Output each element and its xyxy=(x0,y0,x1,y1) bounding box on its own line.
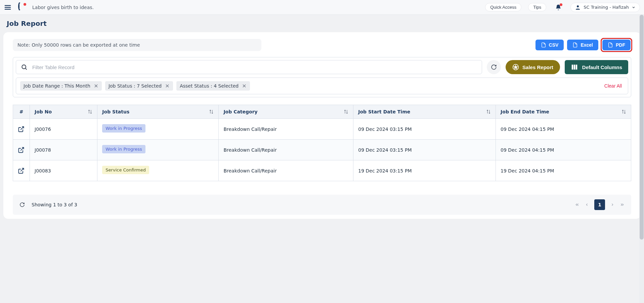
col-hash: # xyxy=(13,105,30,119)
col-end[interactable]: Job End Date Time xyxy=(496,105,631,119)
chip-label: Job Date Range : This Month xyxy=(24,83,90,89)
export-excel-button[interactable]: Excel xyxy=(567,40,598,50)
cell-end: 19 Dec 2024 04:15 PM xyxy=(496,160,631,181)
app-logo[interactable] xyxy=(18,4,26,11)
close-icon[interactable] xyxy=(165,84,170,88)
sort-icon[interactable] xyxy=(209,109,214,114)
motto-text: Labor gives birth to ideas. xyxy=(32,5,94,10)
page-next-icon[interactable] xyxy=(610,203,614,207)
svg-point-3 xyxy=(577,5,579,7)
table-row: J00083Service ConfirmedBreakdown Call/Re… xyxy=(13,160,631,181)
page-current[interactable]: 1 xyxy=(594,199,605,210)
cell-end: 09 Dec 2024 04:15 PM xyxy=(496,140,631,160)
page-last-icon[interactable] xyxy=(620,202,625,207)
scrollbar[interactable] xyxy=(639,15,644,222)
cell-job-no: J00078 xyxy=(30,140,97,160)
svg-line-19 xyxy=(20,168,24,171)
cell-start: 19 Dec 2024 03:15 PM xyxy=(353,160,496,181)
search-box[interactable] xyxy=(16,60,482,74)
svg-point-4 xyxy=(22,65,26,69)
svg-line-5 xyxy=(26,68,27,70)
user-menu[interactable]: SC Training - Hafizah xyxy=(570,3,640,12)
filter-chip-asset-status[interactable]: Asset Status : 4 Selected xyxy=(176,81,250,91)
filter-chip-job-status[interactable]: Job Status : 7 Selected xyxy=(105,81,173,91)
chevron-down-icon xyxy=(632,5,636,9)
file-icon xyxy=(541,42,546,48)
cell-job-status: Service Confirmed xyxy=(97,160,219,181)
filter-chips-row: Job Date Range : This Month Job Status :… xyxy=(16,78,628,94)
pdf-label: PDF xyxy=(616,42,625,48)
export-pdf-button[interactable]: PDF xyxy=(602,40,631,50)
file-icon xyxy=(608,42,613,48)
cell-job-status: Work in Progress xyxy=(97,119,219,140)
job-table: # Job No Job Status Job Category xyxy=(13,105,631,181)
clear-all-button[interactable]: Clear All xyxy=(602,83,624,89)
filter-panel: Sales Report Default Columns Job Date Ra… xyxy=(13,57,631,97)
file-icon xyxy=(572,42,578,48)
open-in-new-icon[interactable] xyxy=(18,167,25,174)
page-prev-icon[interactable] xyxy=(585,203,589,207)
default-columns-button[interactable]: Default Columns xyxy=(565,60,628,74)
export-csv-button[interactable]: CSV xyxy=(535,40,564,50)
columns-icon xyxy=(571,63,578,71)
svg-marker-7 xyxy=(514,65,518,69)
cell-job-no: J00083 xyxy=(30,160,97,181)
sort-icon[interactable] xyxy=(344,109,348,114)
filter-chip-date-range[interactable]: Job Date Range : This Month xyxy=(20,81,102,91)
open-row-cell xyxy=(13,160,30,181)
chip-label: Asset Status : 4 Selected xyxy=(180,83,239,89)
csv-label: CSV xyxy=(549,42,559,48)
hamburger-icon[interactable] xyxy=(4,4,11,11)
svg-line-18 xyxy=(20,147,24,150)
col-start[interactable]: Job Start Date Time xyxy=(353,105,496,119)
search-icon xyxy=(21,64,28,70)
showing-text: Showing 1 to 3 of 3 xyxy=(32,202,77,207)
notifications-icon[interactable] xyxy=(555,4,562,11)
status-badge: Work in Progress xyxy=(102,124,145,133)
top-bar: Labor gives birth to ideas. Quick Access… xyxy=(0,0,644,15)
pdf-highlight-box: PDF xyxy=(602,39,631,51)
col-job-status[interactable]: Job Status xyxy=(97,105,219,119)
table-row: J00078Work in ProgressBreakdown Call/Rep… xyxy=(13,140,631,160)
refresh-icon xyxy=(491,64,497,70)
pager: 1 xyxy=(575,199,625,210)
default-columns-label: Default Columns xyxy=(582,64,622,70)
sort-icon[interactable] xyxy=(88,109,92,114)
col-job-category[interactable]: Job Category xyxy=(219,105,353,119)
cell-start: 09 Dec 2024 03:15 PM xyxy=(353,119,496,140)
open-in-new-icon[interactable] xyxy=(18,147,25,153)
quick-access-button[interactable]: Quick Access xyxy=(485,3,521,11)
notification-dot-icon xyxy=(560,3,562,6)
cell-start: 09 Dec 2024 03:15 PM xyxy=(353,140,496,160)
sort-icon[interactable] xyxy=(621,109,626,114)
pagination-bar: Showing 1 to 3 of 3 1 xyxy=(13,195,631,215)
sales-report-label: Sales Report xyxy=(522,64,553,70)
search-input[interactable] xyxy=(32,64,477,70)
user-label: SC Training - Hafizah xyxy=(584,5,629,10)
cell-end: 09 Dec 2024 04:15 PM xyxy=(496,119,631,140)
svg-line-17 xyxy=(20,127,24,130)
star-icon xyxy=(512,64,519,70)
col-job-no[interactable]: Job No xyxy=(30,105,97,119)
page-first-icon[interactable] xyxy=(575,202,579,207)
reload-icon[interactable] xyxy=(19,202,25,207)
cell-job-category: Breakdown Call/Repair xyxy=(219,119,353,140)
user-icon xyxy=(575,4,581,10)
sales-report-button[interactable]: Sales Report xyxy=(506,60,560,74)
cell-job-status: Work in Progress xyxy=(97,140,219,160)
open-in-new-icon[interactable] xyxy=(18,126,25,133)
tips-button[interactable]: Tips xyxy=(528,3,546,11)
close-icon[interactable] xyxy=(242,84,247,88)
chip-label: Job Status : 7 Selected xyxy=(109,83,162,89)
scrollbar-thumb[interactable] xyxy=(640,15,644,222)
open-row-cell xyxy=(13,140,30,160)
table-row: J00076Work in ProgressBreakdown Call/Rep… xyxy=(13,119,631,140)
svg-rect-10 xyxy=(575,65,577,70)
status-badge: Work in Progress xyxy=(102,145,145,153)
export-toolbar: Note: Only 50000 rows can be exported at… xyxy=(13,39,631,51)
svg-rect-8 xyxy=(572,65,573,70)
close-icon[interactable] xyxy=(94,84,98,88)
export-note: Note: Only 50000 rows can be exported at… xyxy=(13,39,261,51)
refresh-filter-button[interactable] xyxy=(487,60,501,74)
sort-icon[interactable] xyxy=(486,109,491,114)
